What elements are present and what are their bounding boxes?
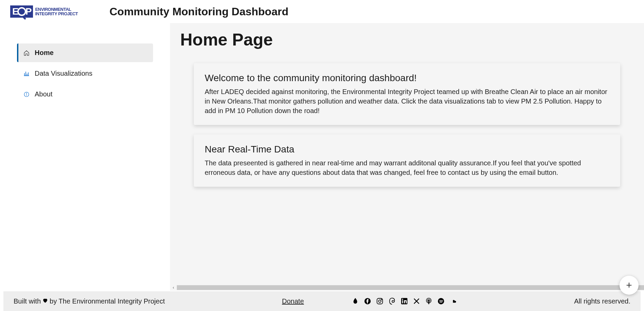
footer-credit: Built with by The Environmental Integrit… bbox=[14, 297, 165, 305]
page-title: Home Page bbox=[180, 30, 634, 50]
card-body: After LADEQ decided against monitoring, … bbox=[205, 87, 609, 115]
x-icon[interactable] bbox=[413, 297, 420, 305]
sidebar-item-about[interactable]: About bbox=[17, 85, 153, 104]
card-body: The data preseented is gathered in near … bbox=[205, 158, 609, 177]
sidebar-item-home[interactable]: Home bbox=[17, 43, 153, 62]
main-content: Home Page Welcome to the community monit… bbox=[170, 23, 644, 291]
svg-point-9 bbox=[402, 299, 403, 300]
scroll-left-icon[interactable]: ‹ bbox=[170, 285, 177, 290]
sidebar-item-label: About bbox=[35, 90, 52, 98]
heart-icon bbox=[42, 297, 48, 305]
home-icon bbox=[23, 50, 30, 56]
scroll-track[interactable] bbox=[177, 285, 644, 290]
card-title: Near Real-Time Data bbox=[205, 144, 609, 155]
realtime-card: Near Real-Time Data The data preseented … bbox=[194, 134, 620, 187]
footer: Built with by The Environmental Integrit… bbox=[3, 291, 641, 311]
svg-point-6 bbox=[381, 299, 382, 300]
logo-badge: EIP bbox=[10, 5, 33, 18]
app-title: Community Monitoring Dashboard bbox=[109, 5, 288, 18]
donate-link[interactable]: Donate bbox=[282, 297, 304, 305]
svg-point-5 bbox=[378, 300, 381, 302]
soundcloud-icon[interactable] bbox=[450, 297, 457, 305]
svg-point-2 bbox=[26, 93, 27, 93]
header: EIP ENVIRONMENTAL INTEGRITY PROJECT Comm… bbox=[0, 0, 644, 23]
logo: EIP ENVIRONMENTAL INTEGRITY PROJECT bbox=[10, 3, 105, 20]
footer-rights: All rights reserved. bbox=[574, 297, 630, 305]
threads-icon[interactable] bbox=[388, 297, 396, 305]
plus-icon: + bbox=[626, 279, 632, 291]
sidebar-item-label: Data Visualizations bbox=[35, 70, 92, 77]
chart-icon bbox=[23, 70, 30, 77]
drop-icon[interactable] bbox=[352, 297, 359, 305]
svg-point-10 bbox=[428, 300, 429, 301]
linkedin-icon[interactable] bbox=[401, 297, 408, 305]
sidebar-item-label: Home bbox=[35, 49, 54, 57]
svg-rect-8 bbox=[402, 300, 403, 303]
info-icon bbox=[23, 91, 30, 98]
logo-text: ENVIRONMENTAL INTEGRITY PROJECT bbox=[35, 7, 78, 16]
built-suffix: by The Environmental Integrity Project bbox=[50, 297, 165, 305]
facebook-icon[interactable] bbox=[364, 297, 371, 305]
podcast-icon[interactable] bbox=[425, 297, 433, 305]
sidebar: Home Data Visualizations About bbox=[0, 23, 170, 291]
sidebar-item-data-visualizations[interactable]: Data Visualizations bbox=[17, 64, 153, 83]
fab-add-button[interactable]: + bbox=[620, 276, 639, 295]
horizontal-scrollbar[interactable]: ‹ bbox=[170, 285, 644, 291]
spotify-icon[interactable] bbox=[437, 297, 445, 305]
instagram-icon[interactable] bbox=[376, 297, 384, 305]
welcome-card: Welcome to the community monitoring dash… bbox=[194, 63, 620, 125]
built-prefix: Built with bbox=[14, 297, 41, 305]
social-icons bbox=[352, 297, 457, 305]
card-title: Welcome to the community monitoring dash… bbox=[205, 73, 609, 84]
